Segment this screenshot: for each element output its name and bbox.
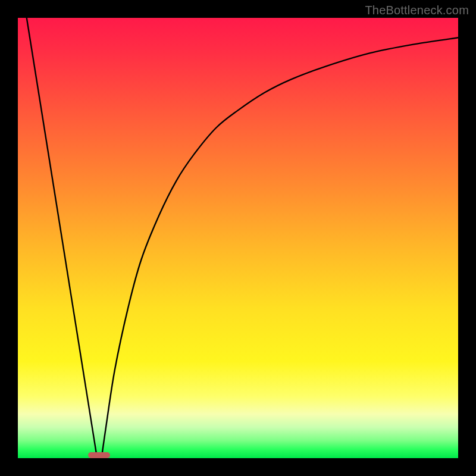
watermark-text: TheBottleneck.com (365, 4, 469, 17)
right-asymptote-curve (102, 37, 458, 458)
chart-frame: TheBottleneck.com (0, 0, 476, 476)
plot-area (18, 18, 458, 458)
curve-layer (18, 18, 458, 458)
bottleneck-marker (88, 452, 110, 458)
left-descent-line (27, 18, 97, 458)
